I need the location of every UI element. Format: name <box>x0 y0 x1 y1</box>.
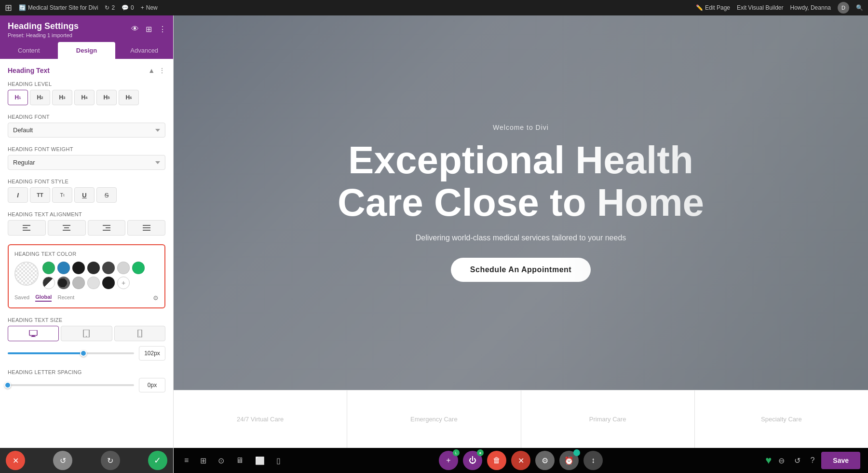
svg-rect-3 <box>63 225 70 226</box>
swatch-dark1[interactable] <box>72 262 85 274</box>
heading-text-alignment-label: Heading Text Alignment <box>8 211 165 217</box>
toolbar-history-icon[interactable]: ↺ <box>791 453 803 468</box>
toolbar-trash-icon: 🗑 <box>493 456 501 465</box>
swatch-light1[interactable] <box>117 262 130 274</box>
toolbar-close-btn[interactable]: ✕ <box>511 451 530 470</box>
wp-edit-page[interactable]: ✏️ Edit Page <box>696 4 730 11</box>
tab-content[interactable]: Content <box>0 42 58 59</box>
toolbar-add-badge: L <box>453 449 460 456</box>
swatch-add[interactable]: + <box>117 277 130 289</box>
swatch-green[interactable] <box>42 262 55 274</box>
undo-button[interactable]: ↺ <box>53 451 72 470</box>
swatch-dark-circle[interactable] <box>102 277 115 289</box>
color-tab-saved[interactable]: Saved <box>14 294 29 301</box>
toolbar-hamburger-icon[interactable]: ≡ <box>181 453 191 468</box>
toolbar-tablet-icon[interactable]: ⬜ <box>252 453 268 468</box>
divi-toolbar-right: ♥ ⊖ ↺ ? Save <box>765 452 860 469</box>
toolbar-desktop-icon[interactable]: 🖥 <box>233 453 246 468</box>
heading-font-label: Heading Font <box>8 114 165 120</box>
device-tablet-btn[interactable] <box>61 326 112 341</box>
toolbar-grid-icon[interactable]: ⊞ <box>197 453 209 468</box>
wp-admin-bar: ⊞ 🔄 Medical Starter Site for Divi ↻ 2 💬 … <box>0 0 868 15</box>
svg-point-16 <box>86 336 87 337</box>
heading-font-field: Heading Font Default Arial Georgia Times… <box>8 114 165 138</box>
style-italic-btn[interactable]: I <box>8 187 28 203</box>
style-capitalize-btn[interactable]: Tt <box>52 187 72 203</box>
heading-text-section-title: Heading Text <box>8 67 50 74</box>
wp-search-icon[interactable]: 🔍 <box>856 4 863 11</box>
toolbar-add-btn[interactable]: + L <box>439 451 458 470</box>
heading-text-color-label: Heading Text Color <box>14 251 159 257</box>
toolbar-sort-btn[interactable]: ↕ <box>583 451 603 470</box>
wp-exit-vb[interactable]: Exit Visual Builder <box>737 4 784 11</box>
discard-button[interactable]: ✕ <box>6 451 25 470</box>
redo-button[interactable]: ↻ <box>101 451 120 470</box>
toolbar-help-icon[interactable]: ? <box>807 453 817 468</box>
align-left-btn[interactable] <box>8 220 46 236</box>
color-tab-global[interactable]: Global <box>35 294 52 302</box>
swatch-light2[interactable] <box>72 277 85 289</box>
style-uppercase-btn[interactable]: TT <box>30 187 50 203</box>
sidebar-visibility-btn[interactable]: 👁 <box>130 24 140 34</box>
heading-level-h3[interactable]: H3 <box>52 90 72 105</box>
heading-level-h5[interactable]: H5 <box>96 90 117 105</box>
swatch-teal[interactable] <box>132 262 145 274</box>
wp-revisions[interactable]: ↻ 2 <box>105 4 115 11</box>
toolbar-clock-btn[interactable]: ⏰ <box>559 451 579 470</box>
device-mobile-btn[interactable] <box>114 326 165 341</box>
wp-logo-icon[interactable]: ⊞ <box>5 2 12 13</box>
wp-comments-count: 0 <box>131 4 134 11</box>
swatch-black-half[interactable] <box>57 277 70 289</box>
hero-subtitle: Welcome to Divi <box>493 124 549 131</box>
swatch-dark2[interactable] <box>87 262 100 274</box>
heading-font-weight-select[interactable]: Regular Bold Light Thin <box>8 155 165 170</box>
style-underline-btn[interactable]: U <box>74 187 95 203</box>
swatch-dark3[interactable] <box>102 262 115 274</box>
letter-spacing-value-input[interactable] <box>139 378 165 392</box>
style-strikethrough-btn[interactable]: S <box>96 187 117 203</box>
wp-ring-icon: 🔄 <box>19 4 26 11</box>
svg-rect-10 <box>143 227 150 228</box>
toolbar-trash-btn[interactable]: 🗑 <box>487 451 506 470</box>
color-settings-icon[interactable]: ⚙ <box>153 294 159 302</box>
size-value-input[interactable] <box>139 346 165 361</box>
swatch-blue[interactable] <box>57 262 70 274</box>
tab-advanced[interactable]: Advanced <box>115 42 173 59</box>
tab-design[interactable]: Design <box>58 42 116 59</box>
toolbar-heart-icon[interactable]: ♥ <box>765 454 772 467</box>
align-center-btn[interactable] <box>48 220 86 236</box>
confirm-button[interactable]: ✓ <box>148 451 167 470</box>
align-right-btn[interactable] <box>88 220 126 236</box>
color-tab-recent[interactable]: Recent <box>57 294 74 301</box>
save-button[interactable]: Save <box>821 452 860 469</box>
toolbar-power-btn[interactable]: ⏻ ● <box>463 451 482 470</box>
toolbar-settings-btn[interactable]: ⚙ <box>535 451 555 470</box>
heading-level-h6[interactable]: H6 <box>119 90 139 105</box>
toolbar-add-icon: + <box>446 456 450 465</box>
heading-level-field: Heading Level H1 H2 H3 H4 H5 H6 <box>8 81 165 105</box>
sidebar-more-btn[interactable]: ⋮ <box>158 23 167 34</box>
svg-rect-7 <box>106 227 110 228</box>
toolbar-search-icon[interactable]: ⊙ <box>215 453 227 468</box>
divi-toolbar-center: + L ⏻ ● 🗑 ✕ ⚙ ⏰ <box>439 451 603 470</box>
sidebar-expand-btn[interactable]: ⊞ <box>145 23 153 34</box>
heading-text-color-section: Heading Text Color <box>8 244 165 308</box>
svg-rect-2 <box>23 230 30 231</box>
device-desktop-btn[interactable] <box>8 326 59 341</box>
wp-site-link[interactable]: 🔄 Medical Starter Site for Divi <box>19 4 98 11</box>
toolbar-zoom-icon[interactable]: ⊖ <box>775 453 787 468</box>
heading-level-h2[interactable]: H2 <box>30 90 50 105</box>
swatch-half[interactable] <box>42 277 55 289</box>
current-color-swatch[interactable] <box>14 262 39 286</box>
toolbar-mobile-icon[interactable]: ▯ <box>273 453 284 468</box>
section-collapse-btn[interactable]: ▲ <box>148 67 155 74</box>
wp-comments[interactable]: 💬 0 <box>122 4 134 11</box>
heading-level-h4[interactable]: H4 <box>74 90 95 105</box>
swatch-light3[interactable] <box>87 277 100 289</box>
letter-spacing-slider-container <box>8 384 134 386</box>
section-more-btn[interactable]: ⋮ <box>159 67 165 74</box>
wp-new-item[interactable]: + New <box>141 4 158 11</box>
align-justify-btn[interactable] <box>127 220 165 236</box>
heading-font-select[interactable]: Default Arial Georgia Times New Roman <box>8 123 165 138</box>
heading-level-h1[interactable]: H1 <box>8 90 28 105</box>
